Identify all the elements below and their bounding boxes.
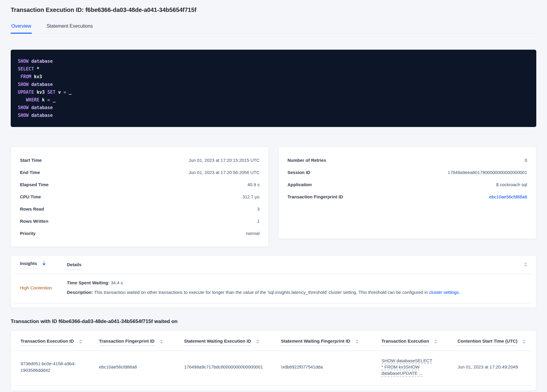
- cell-contention-start-time: Jun 01, 2023 at 17:20:49:2049: [455, 351, 532, 386]
- retries-value: 0: [525, 158, 527, 163]
- cell-statement-waiting-fingerprint-id: \xdb8922f077541dda: [279, 351, 379, 386]
- sort-down-icon: [524, 265, 527, 267]
- summary-row-application: Application $ cockroach sql: [287, 178, 527, 191]
- txn-fingerprint-link[interactable]: ebc10ae56cfd88a8: [489, 194, 527, 199]
- insights-column-header[interactable]: Insights: [20, 261, 67, 268]
- col-transaction-execution[interactable]: Transaction Execution: [379, 331, 455, 351]
- description-suffix: .: [459, 290, 460, 295]
- application-label: Application: [287, 182, 312, 187]
- col-label: Contention Start Time (UTC): [458, 338, 517, 346]
- sort-up-icon: [524, 262, 527, 264]
- summary-row-session-id: Session ID 17648a9eea6017800000000000000…: [287, 166, 527, 178]
- end-time-label: End Time: [20, 170, 40, 175]
- txn-fingerprint-label: Transaction Fingerprint ID: [287, 194, 343, 199]
- cell-transaction-fingerprint-id: ebc10ae56cfd88a8: [97, 351, 182, 386]
- waited-table-row: 9738d051-bc0e-4158-a9b4-1903586ddd42 ebc…: [15, 351, 532, 386]
- statement-waiting-fingerprint-id-value: \xdb8922f077541dda: [281, 364, 323, 369]
- summary-row-end-time: End Time Jun 01, 2023 at 17:20:56:2056 U…: [20, 166, 260, 178]
- priority-label: Priority: [20, 231, 36, 236]
- contention-start-time-value: Jun 01, 2023 at 17:20:49:2049: [458, 364, 518, 369]
- sort-down-icon: [356, 342, 359, 344]
- elapsed-time-value: 40.9 s: [247, 182, 260, 187]
- sort-up-icon: [523, 339, 526, 341]
- retries-label: Number of Retries: [287, 158, 326, 163]
- sort-icon: [160, 339, 163, 344]
- rows-read-label: Rows Read: [20, 206, 44, 211]
- start-time-label: Start Time: [20, 158, 42, 163]
- priority-value: normal: [246, 231, 260, 236]
- sort-icon: [523, 339, 526, 344]
- description-label: Description:: [67, 290, 93, 295]
- insights-row: High Contention Time Spent Waiting: 34.4…: [15, 274, 532, 303]
- insights-column-label: Insights: [20, 261, 37, 268]
- col-label: Transaction Execution ID: [21, 338, 74, 346]
- cell-transaction-execution-id: 9738d051-bc0e-4158-a9b4-1903586ddd42: [15, 351, 97, 386]
- cpu-time-label: CPU Time: [20, 194, 41, 199]
- sql-statement-box: SHOW databaseSELECT * FROM kv3SHOW datab…: [11, 50, 536, 127]
- summary-row-cpu-time: CPU Time 312.7 µs: [20, 191, 260, 203]
- transaction-execution-id-value: 9738d051-bc0e-4158-a9b4-1903586ddd42: [21, 360, 77, 374]
- summary-cards-row: Start Time Jun 01, 2023 at 17:20:15:2015…: [11, 147, 536, 247]
- insights-table-header: Insights Details: [15, 255, 532, 274]
- sort-up-icon: [43, 261, 45, 263]
- transaction-execution-link[interactable]: SHOW databaseSELECT * FROM kv3SHOW datab…: [381, 357, 434, 376]
- cell-transaction-execution: SHOW databaseSELECT * FROM kv3SHOW datab…: [379, 351, 455, 386]
- sort-icon-insights: [43, 261, 45, 265]
- summary-row-rows-written: Rows Written 1: [20, 215, 260, 227]
- end-time-value: Jun 01, 2023 at 17:20:56:2056 UTC: [188, 170, 260, 175]
- statement-waiting-execution-id-value: 176498a9c717bdc80000000000000001: [184, 364, 263, 369]
- tab-overview[interactable]: Overview: [11, 21, 32, 34]
- time-spent-waiting-line: Time Spent Waiting: 34.4 s: [67, 280, 527, 286]
- sort-icon-right: [524, 262, 527, 267]
- col-statement-waiting-fingerprint-id[interactable]: Statement Waiting Fingerprint ID: [279, 331, 379, 351]
- summary-row-txn-fingerprint: Transaction Fingerprint ID ebc10ae56cfd8…: [287, 191, 527, 203]
- col-transaction-fingerprint-id[interactable]: Transaction Fingerprint ID: [97, 331, 182, 351]
- sort-down-icon: [43, 264, 45, 265]
- col-statement-waiting-execution-id[interactable]: Statement Waiting Execution ID: [182, 331, 279, 351]
- rows-written-value: 1: [257, 219, 260, 224]
- rows-written-label: Rows Written: [20, 219, 48, 224]
- summary-card-left: Start Time Jun 01, 2023 at 17:20:15:2015…: [11, 147, 269, 247]
- sort-icon: [434, 339, 437, 344]
- tab-bar: Overview Statement Executions: [11, 21, 536, 34]
- sort-icon: [256, 339, 259, 344]
- insight-details: Time Spent Waiting: 34.4 s Description: …: [67, 280, 527, 295]
- elapsed-time-label: Elapsed Time: [20, 182, 48, 187]
- col-contention-start-time[interactable]: Contention Start Time (UTC): [455, 331, 532, 351]
- transaction-fingerprint-id-value: ebc10ae56cfd88a8: [99, 364, 137, 369]
- insight-type-badge: High Contention: [20, 285, 67, 290]
- sort-down-icon: [79, 342, 82, 344]
- sort-down-icon: [523, 342, 526, 344]
- sort-up-icon: [434, 339, 437, 341]
- summary-row-elapsed-time: Elapsed Time 40.9 s: [20, 178, 260, 191]
- description-line: Description: This transaction waited on …: [67, 289, 527, 295]
- time-spent-waiting-value: 34.4 s: [109, 280, 123, 285]
- session-id-value: 17648a9eea6017800000000000000001: [448, 170, 527, 175]
- col-label: Transaction Fingerprint ID: [99, 338, 155, 346]
- description-text: This transaction waited on other transac…: [93, 290, 429, 295]
- col-label: Transaction Execution: [381, 338, 429, 346]
- waited-on-heading: Transaction with ID f6be6366-da03-48de-a…: [11, 319, 536, 324]
- sort-up-icon: [79, 339, 82, 341]
- cluster-settings-link[interactable]: cluster settings: [429, 290, 459, 295]
- rows-read-value: 3: [257, 206, 260, 211]
- col-transaction-execution-id[interactable]: Transaction Execution ID: [15, 331, 97, 351]
- start-time-value: Jun 01, 2023 at 17:20:15:2015 UTC: [188, 158, 260, 163]
- sort-down-icon: [160, 342, 163, 344]
- time-spent-waiting-label: Time Spent Waiting:: [67, 280, 109, 285]
- sort-up-icon: [256, 339, 259, 341]
- details-column-header[interactable]: Details: [67, 262, 81, 267]
- insights-card: Insights Details High Contention Time Sp…: [11, 255, 536, 308]
- application-value: $ cockroach sql: [496, 182, 527, 187]
- col-label: Statement Waiting Execution ID: [184, 338, 251, 346]
- sort-icon: [356, 339, 359, 344]
- tab-statement-executions[interactable]: Statement Executions: [46, 21, 94, 34]
- session-id-label: Session ID: [287, 170, 310, 175]
- summary-row-rows-read: Rows Read 3: [20, 203, 260, 215]
- sort-down-icon: [256, 342, 259, 344]
- details-column-label: Details: [67, 262, 81, 269]
- sort-up-icon: [356, 339, 359, 341]
- summary-row-start-time: Start Time Jun 01, 2023 at 17:20:15:2015…: [20, 154, 260, 166]
- col-label: Statement Waiting Fingerprint ID: [281, 338, 350, 346]
- sort-up-icon: [160, 339, 163, 341]
